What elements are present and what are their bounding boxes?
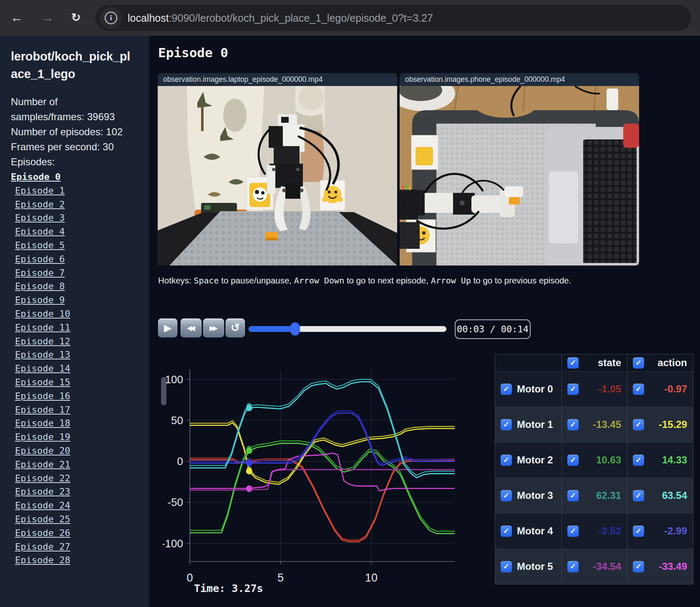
state-checkbox[interactable]: ✓ (567, 384, 579, 395)
motor-chart[interactable]: -100-500501000510 (163, 357, 459, 591)
episode-link[interactable]: Episode 20 (11, 444, 70, 458)
episode-link[interactable]: Episode 28 (11, 554, 70, 567)
action-cell: ✓14.33 (627, 443, 693, 478)
motor-row: ✓Motor 4✓-3.52✓-2.99 (495, 513, 693, 549)
rewind-button[interactable]: ◀◀ (180, 318, 202, 338)
motor-table: ✓ state ✓ action ✓Motor 0✓-1.05✓-0.97✓Mo… (495, 354, 693, 584)
browser-reload-icon[interactable]: ↻ (67, 8, 85, 27)
action-cell: ✓-15.29 (627, 407, 693, 442)
motor-row: ✓Motor 3✓62.31✓63.54 (495, 478, 693, 513)
state-value: -1.05 (598, 383, 621, 395)
loop-icon: ↺ (231, 321, 240, 334)
motor-name-cell: ✓Motor 3 (495, 478, 562, 513)
action-checkbox[interactable]: ✓ (633, 419, 644, 430)
action-value: -15.29 (659, 419, 687, 430)
state-cell: ✓62.31 (562, 478, 627, 513)
state-checkbox[interactable]: ✓ (567, 455, 579, 466)
episode-link[interactable]: Episode 10 (11, 307, 70, 321)
motor-name-cell: ✓Motor 4 (495, 513, 562, 549)
motor-row-checkbox[interactable]: ✓ (501, 490, 512, 501)
state-value: 62.31 (596, 490, 621, 501)
episode-link[interactable]: Episode 19 (11, 430, 70, 444)
info-icon: i (105, 12, 117, 24)
episode-link[interactable]: Episode 13 (11, 348, 70, 362)
episode-link[interactable]: Episode 26 (11, 526, 70, 540)
stat-line: Number of episodes: 102 (11, 124, 123, 139)
browser-back-icon[interactable]: ← (8, 8, 26, 27)
episode-link[interactable]: Episode 25 (11, 513, 70, 526)
action-cell: ✓63.54 (627, 478, 693, 513)
episode-link[interactable]: Episode 17 (11, 403, 70, 417)
state-checkbox[interactable]: ✓ (567, 561, 579, 572)
state-value: -3.52 (598, 525, 621, 537)
episode-link[interactable]: Episode 21 (11, 458, 70, 472)
state-cell: ✓-13.45 (562, 407, 627, 442)
action-checkbox[interactable]: ✓ (633, 526, 644, 537)
episode-link[interactable]: Episode 15 (11, 376, 70, 389)
seek-slider[interactable] (249, 322, 446, 336)
action-checkbox[interactable]: ✓ (633, 455, 644, 466)
state-checkbox[interactable]: ✓ (567, 419, 579, 430)
motor-row-checkbox[interactable]: ✓ (501, 419, 512, 430)
motor-row: ✓Motor 2✓10.63✓14.33 (495, 443, 693, 478)
phone-video[interactable] (400, 86, 639, 266)
episode-link[interactable]: Episode 4 (11, 225, 70, 239)
svg-text:50: 50 (171, 414, 183, 427)
episode-link[interactable]: Episode 16 (11, 389, 70, 403)
state-cell: ✓-34.54 (562, 549, 627, 584)
fast-forward-button[interactable]: ▶▶ (203, 318, 224, 338)
header-name-cell (495, 354, 562, 371)
episode-link[interactable]: Episode 0 (11, 170, 70, 184)
seek-progress (249, 326, 295, 332)
site-info-button[interactable]: i (100, 7, 122, 29)
motor-row-checkbox[interactable]: ✓ (501, 455, 512, 466)
episode-link[interactable]: Episode 23 (11, 485, 70, 499)
episode-link[interactable]: Episode 18 (11, 417, 70, 430)
motor-row-checkbox[interactable]: ✓ (501, 526, 512, 537)
browser-forward-icon[interactable]: → (38, 8, 57, 27)
hotkey-space: Space (194, 276, 219, 286)
motor-name: Motor 1 (517, 419, 553, 430)
stat-line: samples/frames: 39693 (11, 109, 123, 124)
play-button[interactable]: ▶ (158, 318, 178, 338)
motor-name-cell: ✓Motor 1 (495, 407, 562, 442)
action-cell: ✓-0.97 (627, 372, 693, 407)
state-checkbox[interactable]: ✓ (567, 526, 579, 537)
motor-row-checkbox[interactable]: ✓ (501, 561, 512, 572)
header-action-cell: ✓ action (627, 354, 693, 371)
action-value: 14.33 (662, 454, 687, 466)
phone-video-scene (400, 86, 639, 266)
episode-link[interactable]: Episode 24 (11, 499, 70, 513)
episode-link[interactable]: Episode 12 (11, 335, 70, 349)
video-filename: observation.images.phone_episode_000000.… (400, 73, 639, 86)
episode-link[interactable]: Episode 6 (11, 253, 70, 266)
table-header-row: ✓ state ✓ action (495, 354, 693, 372)
episode-link[interactable]: Episode 7 (11, 266, 70, 280)
episode-link[interactable]: Episode 3 (11, 211, 70, 225)
state-checkbox[interactable]: ✓ (567, 490, 579, 501)
episode-link[interactable]: Episode 8 (11, 280, 70, 293)
episode-link[interactable]: Episode 27 (11, 540, 70, 554)
episode-link[interactable]: Episode 2 (11, 198, 70, 212)
url-host: localhost (128, 12, 169, 24)
state-value: 10.63 (596, 454, 621, 466)
episode-link[interactable]: Episode 22 (11, 472, 70, 486)
episode-link[interactable]: Episode 5 (11, 239, 70, 253)
action-checkbox[interactable]: ✓ (633, 561, 644, 572)
action-checkbox[interactable]: ✓ (633, 490, 644, 501)
episode-link[interactable]: Episode 1 (11, 184, 70, 198)
chart-time-label: Time: 3.27s (194, 582, 263, 594)
motor-name: Motor 0 (517, 383, 553, 395)
laptop-video[interactable] (158, 86, 397, 266)
url-text[interactable]: localhost:9090/lerobot/koch_pick_place_1… (128, 12, 433, 24)
action-column-checkbox[interactable]: ✓ (633, 357, 644, 369)
episode-link[interactable]: Episode 11 (11, 321, 70, 335)
address-bar[interactable]: i localhost:9090/lerobot/koch_pick_place… (95, 5, 691, 31)
motor-row-checkbox[interactable]: ✓ (501, 384, 512, 395)
loop-button[interactable]: ↺ (225, 318, 245, 338)
episode-link[interactable]: Episode 14 (11, 362, 70, 376)
action-checkbox[interactable]: ✓ (633, 384, 644, 395)
episode-link[interactable]: Episode 9 (11, 293, 70, 307)
state-column-checkbox[interactable]: ✓ (567, 357, 579, 369)
seek-thumb[interactable] (291, 323, 300, 335)
